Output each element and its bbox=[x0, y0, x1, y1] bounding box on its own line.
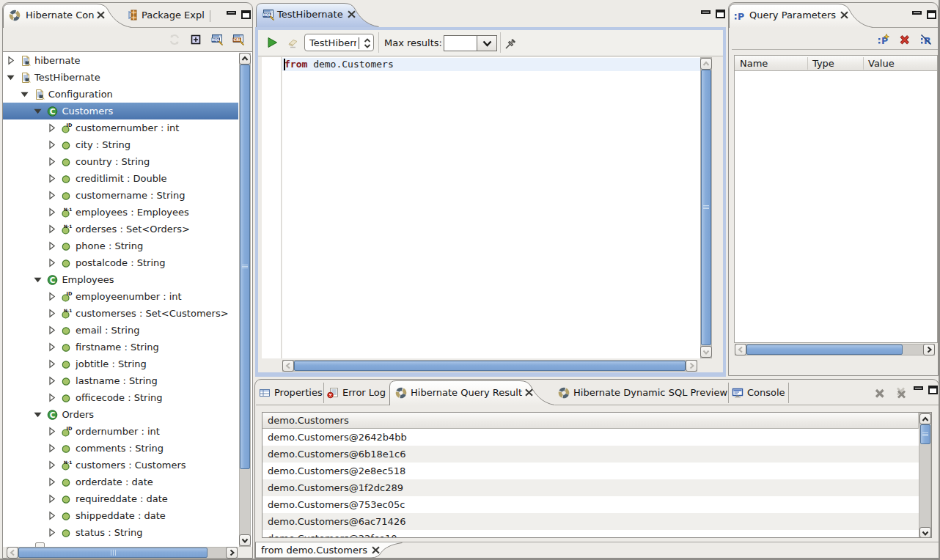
expander-closed-icon[interactable] bbox=[47, 309, 56, 318]
close-query-page-icon[interactable] bbox=[874, 387, 886, 399]
expander-closed-icon[interactable] bbox=[47, 258, 56, 268]
expander-closed-icon[interactable] bbox=[47, 207, 56, 217]
tab-hibernate-dynamic-sql-preview[interactable]: Hibernate Dynamic SQL Preview bbox=[557, 380, 725, 405]
expander-closed-icon[interactable] bbox=[47, 241, 56, 251]
expander-closed-icon[interactable] bbox=[47, 359, 56, 369]
close-icon[interactable] bbox=[348, 10, 356, 18]
expander-closed-icon[interactable] bbox=[47, 123, 56, 133]
query-result-row[interactable]: demo.Customers@2642b4bb bbox=[262, 429, 931, 446]
maximize-icon[interactable] bbox=[716, 10, 725, 18]
query-result-row[interactable]: demo.Customers@2e8ec518 bbox=[262, 463, 931, 479]
minimize-icon[interactable] bbox=[227, 11, 236, 15]
spinner-icon[interactable] bbox=[362, 37, 372, 50]
tree-scroll-up-icon[interactable] bbox=[239, 53, 251, 65]
tab-package-explorer[interactable]: Package Expl bbox=[142, 3, 205, 27]
max-results-input[interactable] bbox=[444, 35, 477, 51]
result-scroll-down-icon[interactable] bbox=[919, 527, 931, 538]
tab-editor-testhibernate[interactable]: TestHibernate bbox=[277, 2, 343, 26]
expander-closed-icon[interactable] bbox=[47, 494, 56, 504]
tree-item-customernumber[interactable]: IDcustomernumber : int bbox=[3, 119, 238, 136]
expander-closed-icon[interactable] bbox=[47, 427, 56, 436]
expander-closed-icon[interactable] bbox=[47, 342, 56, 352]
tree-item-requireddate[interactable]: requireddate : date bbox=[3, 490, 238, 507]
result-vscrollbar-thumb[interactable] bbox=[920, 424, 930, 444]
editor-hscrollbar-thumb[interactable] bbox=[294, 361, 686, 371]
tree-hscrollbar-thumb[interactable] bbox=[18, 548, 208, 558]
expander-closed-icon[interactable] bbox=[47, 140, 56, 150]
add-parameter-icon[interactable]: P bbox=[878, 34, 889, 45]
tree-item-employees[interactable]: N-1employees : Employees bbox=[3, 204, 238, 221]
open-criteria-editor-icon[interactable]: CRI bbox=[232, 34, 244, 45]
tree-item-employeenumber[interactable]: IDemployeenumber : int bbox=[3, 288, 238, 305]
tree-item-city[interactable]: city : String bbox=[3, 136, 238, 153]
expander-closed-icon[interactable] bbox=[47, 393, 56, 402]
close-icon[interactable] bbox=[97, 11, 105, 19]
column-name[interactable]: Name bbox=[740, 56, 768, 71]
console-configuration-combo[interactable]: TestHibern bbox=[304, 34, 374, 51]
query-result-row[interactable]: demo.Customers@753ec05c bbox=[262, 496, 931, 513]
tree-item-phone[interactable]: phone : String bbox=[3, 237, 238, 254]
expander-closed-icon[interactable] bbox=[47, 460, 56, 470]
query-result-row[interactable]: demo.Customers@22fce10 bbox=[262, 530, 931, 538]
tree-item-orderses[interactable]: N-1orderses : Set<Orders> bbox=[3, 221, 238, 237]
tree-item-customername[interactable]: customername : String bbox=[3, 187, 238, 204]
query-result-row[interactable]: demo.Customers@6b18e1c6 bbox=[262, 446, 931, 463]
expander-closed-icon[interactable] bbox=[47, 528, 56, 537]
tab-console[interactable]: Console bbox=[730, 380, 787, 405]
tab-error-log[interactable]: Error Log bbox=[325, 380, 389, 405]
expander-closed-icon[interactable] bbox=[47, 191, 56, 200]
tree-item-TestHibernate[interactable]: TestHibernate bbox=[3, 69, 238, 86]
tree-item-country[interactable]: country : String bbox=[3, 153, 238, 170]
tree-item-shippeddate[interactable]: shippeddate : date bbox=[3, 507, 238, 524]
tree-item-Orders[interactable]: COrders bbox=[3, 406, 238, 423]
expander-closed-icon[interactable] bbox=[47, 224, 56, 234]
column-value[interactable]: Value bbox=[868, 56, 895, 71]
result-scroll-up-icon[interactable] bbox=[919, 413, 931, 424]
tab-properties[interactable]: Properties bbox=[257, 380, 323, 405]
tree-vscrollbar-thumb[interactable] bbox=[240, 65, 250, 469]
expander-open-icon[interactable] bbox=[6, 73, 15, 82]
close-icon[interactable] bbox=[525, 388, 533, 397]
expander-closed-icon[interactable] bbox=[6, 56, 15, 65]
tree-item-email[interactable]: email : String bbox=[3, 322, 238, 339]
tree-item-orderdate[interactable]: orderdate : date bbox=[3, 474, 238, 490]
remove-parameter-icon[interactable] bbox=[899, 34, 911, 45]
expander-closed-icon[interactable] bbox=[47, 477, 56, 487]
expander-closed-icon[interactable] bbox=[47, 292, 56, 301]
tree-item-Customers[interactable]: CCustomers bbox=[3, 103, 238, 119]
tree-item-firstname[interactable]: firstname : String bbox=[3, 339, 238, 355]
tree-item-lastname[interactable]: lastname : String bbox=[3, 372, 238, 389]
open-hql-editor-icon[interactable]: HQL bbox=[211, 34, 223, 45]
parameters-scroll-right-icon[interactable] bbox=[923, 344, 935, 355]
tree-item-officecode[interactable]: officecode : String bbox=[3, 389, 238, 406]
tree-item-hibernate[interactable]: hibernate bbox=[3, 52, 238, 69]
minimize-icon[interactable] bbox=[912, 11, 922, 15]
maximize-icon[interactable] bbox=[241, 10, 251, 19]
tree-item-Configuration[interactable]: Configuration bbox=[3, 86, 238, 103]
column-separator[interactable] bbox=[863, 57, 864, 70]
expander-closed-icon[interactable] bbox=[47, 157, 56, 166]
expander-closed-icon[interactable] bbox=[47, 174, 56, 183]
hql-editor-text-area[interactable]: from demo.Customers bbox=[282, 57, 700, 358]
add-configuration-icon[interactable] bbox=[190, 34, 202, 45]
tree-item-ordernumber[interactable]: IDordernumber : int bbox=[3, 423, 238, 440]
tree-item-creditlimit[interactable]: creditlimit : Double bbox=[3, 170, 238, 187]
tree-item-comments[interactable]: comments : String bbox=[3, 440, 238, 457]
expander-closed-icon[interactable] bbox=[47, 325, 56, 335]
tree-item-postalcode[interactable]: postalcode : String bbox=[3, 254, 238, 271]
pin-editor-icon[interactable] bbox=[505, 37, 517, 49]
close-all-query-pages-icon[interactable] bbox=[895, 387, 906, 399]
tree-item-Employees[interactable]: CEmployees bbox=[3, 271, 238, 288]
query-result-header[interactable]: demo.Customers bbox=[262, 413, 931, 429]
maximize-icon[interactable] bbox=[928, 386, 938, 394]
minimize-icon[interactable] bbox=[701, 10, 710, 14]
tree-item-customerses[interactable]: N-1customerses : Set<Customers> bbox=[3, 305, 238, 322]
expander-open-icon[interactable] bbox=[33, 410, 43, 419]
expander-closed-icon[interactable] bbox=[47, 376, 56, 386]
toggle-parameters-icon[interactable]: R bbox=[920, 34, 932, 45]
column-separator[interactable] bbox=[807, 57, 808, 70]
tree-item-jobtitle[interactable]: jobtitle : String bbox=[3, 355, 238, 372]
expander-closed-icon[interactable] bbox=[47, 443, 56, 453]
expander-open-icon[interactable] bbox=[33, 275, 43, 284]
tree-item-customers[interactable]: N-1customers : Customers bbox=[3, 457, 238, 474]
